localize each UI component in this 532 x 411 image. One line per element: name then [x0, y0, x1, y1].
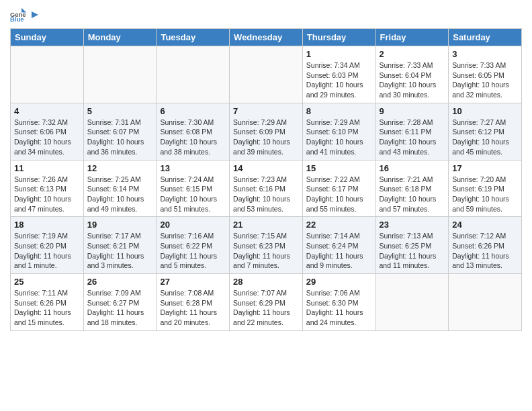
calendar-page: General Blue SundayMondayTuesdayWed — [0, 0, 532, 411]
day-cell-25: 25Sunrise: 7:11 AM Sunset: 6:26 PM Dayli… — [11, 274, 84, 331]
day-number: 1 — [306, 49, 372, 59]
cell-details: Sunrise: 7:25 AM Sunset: 6:14 PM Dayligh… — [87, 175, 153, 214]
svg-text:Blue: Blue — [10, 15, 24, 23]
logo-triangle-icon — [30, 10, 40, 19]
cell-details: Sunrise: 7:26 AM Sunset: 6:13 PM Dayligh… — [14, 175, 80, 214]
cell-details: Sunrise: 7:34 AM Sunset: 6:03 PM Dayligh… — [306, 60, 372, 100]
cell-details: Sunrise: 7:33 AM Sunset: 6:04 PM Dayligh… — [380, 60, 445, 100]
cell-details: Sunrise: 7:06 AM Sunset: 6:30 PM Dayligh… — [306, 288, 372, 328]
cell-details: Sunrise: 7:30 AM Sunset: 6:08 PM Dayligh… — [160, 118, 226, 157]
day-number: 22 — [306, 220, 372, 230]
header: General Blue — [10, 7, 522, 23]
day-cell-26: 26Sunrise: 7:09 AM Sunset: 6:27 PM Dayli… — [83, 274, 157, 331]
day-number: 9 — [380, 106, 445, 116]
day-cell-24: 24Sunrise: 7:12 AM Sunset: 6:26 PM Dayli… — [449, 217, 522, 274]
empty-cell — [449, 274, 522, 331]
day-header-wednesday: Wednesday — [230, 29, 303, 46]
day-number: 2 — [380, 49, 445, 59]
cell-details: Sunrise: 7:29 AM Sunset: 6:10 PM Dayligh… — [306, 118, 372, 157]
day-number: 15 — [306, 163, 372, 173]
day-cell-5: 5Sunrise: 7:31 AM Sunset: 6:07 PM Daylig… — [83, 103, 157, 160]
day-cell-20: 20Sunrise: 7:16 AM Sunset: 6:22 PM Dayli… — [157, 217, 230, 274]
day-cell-2: 2Sunrise: 7:33 AM Sunset: 6:04 PM Daylig… — [375, 46, 449, 103]
day-number: 28 — [233, 277, 299, 287]
day-cell-4: 4Sunrise: 7:32 AM Sunset: 6:06 PM Daylig… — [11, 103, 84, 160]
day-number: 25 — [14, 277, 80, 287]
day-header-thursday: Thursday — [302, 29, 375, 46]
day-number: 23 — [380, 220, 445, 230]
week-row-3: 11Sunrise: 7:26 AM Sunset: 6:13 PM Dayli… — [11, 160, 522, 217]
week-row-5: 25Sunrise: 7:11 AM Sunset: 6:26 PM Dayli… — [11, 274, 522, 331]
cell-details: Sunrise: 7:27 AM Sunset: 6:12 PM Dayligh… — [452, 118, 518, 157]
day-number: 12 — [87, 163, 153, 173]
cell-details: Sunrise: 7:19 AM Sunset: 6:20 PM Dayligh… — [14, 231, 80, 271]
day-number: 20 — [160, 220, 226, 230]
day-cell-17: 17Sunrise: 7:20 AM Sunset: 6:19 PM Dayli… — [449, 160, 522, 217]
day-cell-27: 27Sunrise: 7:08 AM Sunset: 6:28 PM Dayli… — [157, 274, 230, 331]
cell-details: Sunrise: 7:14 AM Sunset: 6:24 PM Dayligh… — [306, 231, 372, 271]
day-number: 18 — [14, 220, 80, 230]
cell-details: Sunrise: 7:33 AM Sunset: 6:05 PM Dayligh… — [452, 60, 518, 100]
day-cell-22: 22Sunrise: 7:14 AM Sunset: 6:24 PM Dayli… — [302, 217, 375, 274]
cell-details: Sunrise: 7:15 AM Sunset: 6:23 PM Dayligh… — [233, 231, 299, 271]
day-number: 10 — [452, 106, 518, 116]
day-cell-28: 28Sunrise: 7:07 AM Sunset: 6:29 PM Dayli… — [230, 274, 303, 331]
week-row-4: 18Sunrise: 7:19 AM Sunset: 6:20 PM Dayli… — [11, 217, 522, 274]
empty-cell — [375, 274, 449, 331]
day-cell-14: 14Sunrise: 7:23 AM Sunset: 6:16 PM Dayli… — [230, 160, 303, 217]
cell-details: Sunrise: 7:23 AM Sunset: 6:16 PM Dayligh… — [233, 175, 299, 214]
cell-details: Sunrise: 7:09 AM Sunset: 6:27 PM Dayligh… — [87, 288, 153, 328]
day-cell-19: 19Sunrise: 7:17 AM Sunset: 6:21 PM Dayli… — [83, 217, 157, 274]
day-cell-15: 15Sunrise: 7:22 AM Sunset: 6:17 PM Dayli… — [302, 160, 375, 217]
calendar-table: SundayMondayTuesdayWednesdayThursdayFrid… — [10, 28, 522, 331]
day-header-friday: Friday — [375, 29, 449, 46]
day-cell-7: 7Sunrise: 7:29 AM Sunset: 6:09 PM Daylig… — [230, 103, 303, 160]
day-number: 13 — [160, 163, 226, 173]
cell-details: Sunrise: 7:20 AM Sunset: 6:19 PM Dayligh… — [452, 175, 518, 214]
week-row-1: 1Sunrise: 7:34 AM Sunset: 6:03 PM Daylig… — [11, 46, 522, 103]
week-row-2: 4Sunrise: 7:32 AM Sunset: 6:06 PM Daylig… — [11, 103, 522, 160]
day-header-monday: Monday — [83, 29, 157, 46]
svg-marker-1 — [21, 8, 26, 13]
cell-details: Sunrise: 7:28 AM Sunset: 6:11 PM Dayligh… — [380, 118, 445, 157]
cell-details: Sunrise: 7:32 AM Sunset: 6:06 PM Dayligh… — [14, 118, 80, 157]
logo: General Blue — [10, 7, 40, 23]
cell-details: Sunrise: 7:29 AM Sunset: 6:09 PM Dayligh… — [233, 118, 299, 157]
day-cell-23: 23Sunrise: 7:13 AM Sunset: 6:25 PM Dayli… — [375, 217, 449, 274]
day-cell-18: 18Sunrise: 7:19 AM Sunset: 6:20 PM Dayli… — [11, 217, 84, 274]
day-number: 19 — [87, 220, 153, 230]
day-number: 17 — [452, 163, 518, 173]
day-number: 26 — [87, 277, 153, 287]
cell-details: Sunrise: 7:31 AM Sunset: 6:07 PM Dayligh… — [87, 118, 153, 157]
calendar-body: 1Sunrise: 7:34 AM Sunset: 6:03 PM Daylig… — [11, 46, 522, 331]
cell-details: Sunrise: 7:16 AM Sunset: 6:22 PM Dayligh… — [160, 231, 226, 271]
day-number: 29 — [306, 277, 372, 287]
day-cell-8: 8Sunrise: 7:29 AM Sunset: 6:10 PM Daylig… — [302, 103, 375, 160]
empty-cell — [230, 46, 303, 103]
cell-details: Sunrise: 7:21 AM Sunset: 6:18 PM Dayligh… — [380, 175, 445, 214]
day-cell-9: 9Sunrise: 7:28 AM Sunset: 6:11 PM Daylig… — [375, 103, 449, 160]
day-number: 21 — [233, 220, 299, 230]
day-cell-11: 11Sunrise: 7:26 AM Sunset: 6:13 PM Dayli… — [11, 160, 84, 217]
svg-marker-3 — [32, 11, 38, 18]
empty-cell — [157, 46, 230, 103]
day-cell-10: 10Sunrise: 7:27 AM Sunset: 6:12 PM Dayli… — [449, 103, 522, 160]
day-cell-16: 16Sunrise: 7:21 AM Sunset: 6:18 PM Dayli… — [375, 160, 449, 217]
cell-details: Sunrise: 7:11 AM Sunset: 6:26 PM Dayligh… — [14, 288, 80, 328]
empty-cell — [83, 46, 157, 103]
day-cell-12: 12Sunrise: 7:25 AM Sunset: 6:14 PM Dayli… — [83, 160, 157, 217]
day-number: 16 — [380, 163, 445, 173]
day-header-tuesday: Tuesday — [157, 29, 230, 46]
logo-icon: General Blue — [10, 7, 26, 23]
cell-details: Sunrise: 7:07 AM Sunset: 6:29 PM Dayligh… — [233, 288, 299, 328]
day-number: 5 — [87, 106, 153, 116]
day-number: 14 — [233, 163, 299, 173]
day-number: 27 — [160, 277, 226, 287]
day-header-saturday: Saturday — [449, 29, 522, 46]
day-number: 24 — [452, 220, 518, 230]
day-header-row: SundayMondayTuesdayWednesdayThursdayFrid… — [11, 29, 522, 46]
day-number: 6 — [160, 106, 226, 116]
day-header-sunday: Sunday — [11, 29, 84, 46]
day-cell-13: 13Sunrise: 7:24 AM Sunset: 6:15 PM Dayli… — [157, 160, 230, 217]
day-cell-6: 6Sunrise: 7:30 AM Sunset: 6:08 PM Daylig… — [157, 103, 230, 160]
